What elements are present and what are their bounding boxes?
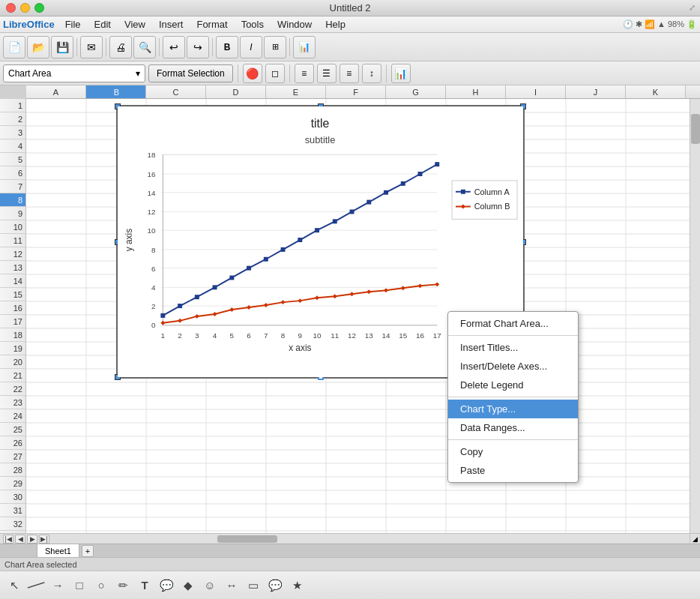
row-15[interactable]: 15 [0, 288, 25, 301]
chart-align-center[interactable]: ☰ [317, 64, 337, 83]
add-sheet-button[interactable]: + [82, 545, 94, 557]
email-button[interactable]: ✉ [80, 36, 103, 58]
callout2-tool[interactable]: 💬 [265, 576, 285, 595]
bold-button[interactable]: B [216, 36, 238, 58]
col-header-j[interactable]: J [566, 85, 626, 98]
menu-format[interactable]: Format [190, 17, 233, 31]
col-header-b[interactable]: B [86, 85, 146, 98]
next-sheet-button[interactable]: ▶ [27, 535, 37, 544]
ctx-paste[interactable]: Paste [448, 461, 578, 480]
row-1[interactable]: 1 [0, 99, 25, 112]
menu-edit[interactable]: Edit [88, 17, 117, 31]
row-8[interactable]: 8 [0, 193, 25, 207]
format-selection-button[interactable]: Format Selection [148, 64, 233, 82]
close-button[interactable] [6, 3, 16, 13]
freehand-tool[interactable]: ✏ [113, 576, 133, 595]
ctx-format-chart-area[interactable]: Format Chart Area... [448, 314, 578, 333]
row-2[interactable]: 2 [0, 112, 25, 126]
row-19[interactable]: 19 [0, 342, 25, 355]
minimize-button[interactable] [20, 3, 30, 13]
maximize-button[interactable] [34, 3, 44, 13]
menu-view[interactable]: View [118, 17, 151, 31]
chart-frame-icon[interactable]: ◻ [265, 64, 285, 83]
row-7[interactable]: 7 [0, 180, 25, 193]
row-14[interactable]: 14 [0, 274, 25, 288]
row-21[interactable]: 21 [0, 369, 25, 382]
border-button[interactable]: ⊞ [264, 36, 286, 58]
row-29[interactable]: 29 [0, 477, 25, 490]
row-26[interactable]: 26 [0, 436, 25, 450]
ctx-chart-type[interactable]: Chart Type... [448, 400, 578, 418]
row-24[interactable]: 24 [0, 409, 25, 423]
print-preview-button[interactable]: 🔍 [133, 36, 156, 58]
redo-button[interactable]: ↪ [187, 36, 209, 58]
row-25[interactable]: 25 [0, 423, 25, 436]
row-9[interactable]: 9 [0, 207, 25, 220]
arrow-tool[interactable]: → [48, 576, 67, 595]
chart-align-left[interactable]: ≡ [295, 64, 314, 83]
row-17[interactable]: 17 [0, 315, 25, 328]
row-31[interactable]: 31 [0, 504, 25, 517]
save-button[interactable]: 💾 [51, 36, 73, 58]
chart-vertical-icon[interactable]: ↕ [362, 64, 381, 83]
chart-align-right[interactable]: ≡ [340, 64, 359, 83]
row-22[interactable]: 22 [0, 382, 25, 396]
context-menu[interactable]: Format Chart Area... Insert Titles... In… [447, 311, 579, 483]
rectangle-tool[interactable]: □ [70, 576, 89, 595]
h-scroll-thumb[interactable] [217, 535, 277, 543]
row-28[interactable]: 28 [0, 463, 25, 477]
row-4[interactable]: 4 [0, 139, 25, 153]
col-header-d[interactable]: D [206, 85, 266, 98]
basic-shapes-tool[interactable]: ◆ [178, 576, 198, 595]
row-18[interactable]: 18 [0, 328, 25, 342]
menu-insert[interactable]: Insert [153, 17, 190, 31]
row-30[interactable]: 30 [0, 490, 25, 504]
row-6[interactable]: 6 [0, 166, 25, 180]
row-10[interactable]: 10 [0, 220, 25, 234]
row-3[interactable]: 3 [0, 126, 25, 139]
stars-tool[interactable]: ★ [287, 576, 307, 595]
undo-button[interactable]: ↩ [163, 36, 185, 58]
col-header-h[interactable]: H [446, 85, 506, 98]
col-header-c[interactable]: C [146, 85, 206, 98]
text-tool[interactable]: T [135, 576, 154, 595]
resize-icon[interactable]: ⤢ [689, 3, 696, 13]
row-13[interactable]: 13 [0, 261, 25, 274]
col-header-k[interactable]: K [626, 85, 686, 98]
col-header-f[interactable]: F [326, 85, 386, 98]
last-sheet-button[interactable]: ▶| [39, 535, 49, 544]
col-header-g[interactable]: G [386, 85, 446, 98]
row-5[interactable]: 5 [0, 153, 25, 166]
ellipse-tool[interactable]: ○ [91, 576, 111, 595]
vertical-scrollbar[interactable] [690, 99, 700, 533]
window-controls[interactable] [6, 3, 44, 13]
symbol-shapes-tool[interactable]: ☺ [200, 576, 220, 595]
col-header-a[interactable]: A [26, 85, 86, 98]
ctx-insert-delete-axes[interactable]: Insert/Delete Axes... [448, 357, 578, 376]
flowchart-tool[interactable]: ▭ [244, 576, 263, 595]
scrollbar-thumb[interactable] [691, 114, 700, 144]
insert-chart-button[interactable]: 📊 [391, 64, 411, 83]
ctx-insert-titles[interactable]: Insert Titles... [448, 338, 578, 357]
print-button[interactable]: 🖨 [109, 36, 132, 58]
ctx-copy[interactable]: Copy [448, 442, 578, 461]
resize-handle[interactable]: ◢ [690, 534, 700, 544]
sheet-tab-1[interactable]: Sheet1 [37, 544, 79, 557]
italic-button[interactable]: I [240, 36, 262, 58]
col-header-i[interactable]: I [506, 85, 566, 98]
row-12[interactable]: 12 [0, 247, 25, 261]
chart-area-chevron[interactable]: ▾ [136, 68, 140, 79]
row-11[interactable]: 11 [0, 234, 25, 247]
menu-tools[interactable]: Tools [235, 17, 270, 31]
menu-window[interactable]: Window [271, 17, 318, 31]
open-button[interactable]: 📂 [27, 36, 49, 58]
grid-cells[interactable]: title subtitle y axis [26, 99, 700, 533]
prev-sheet-button[interactable]: ◀ [15, 535, 25, 544]
row-27[interactable]: 27 [0, 450, 25, 463]
new-doc-button[interactable]: 📄 [3, 36, 25, 58]
row-16[interactable]: 16 [0, 301, 25, 315]
line-tool[interactable]: ╱ [22, 571, 50, 599]
row-23[interactable]: 23 [0, 396, 25, 409]
chart-color-icon[interactable]: 🔴 [243, 64, 262, 83]
menu-help[interactable]: Help [319, 17, 351, 31]
